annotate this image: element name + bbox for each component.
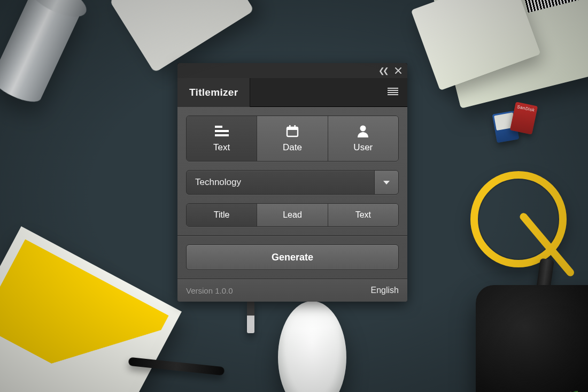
user-icon <box>357 124 369 138</box>
svg-point-11 <box>360 126 366 132</box>
title-bar: Titlemizer <box>177 78 407 107</box>
generate-label: Generate <box>272 252 313 263</box>
svg-rect-9 <box>289 125 291 128</box>
version-label: Version 1.0.0 <box>186 286 233 295</box>
format-lead[interactable]: Lead <box>257 204 327 226</box>
menu-lines-icon <box>388 88 398 97</box>
svg-rect-4 <box>215 126 222 128</box>
format-text[interactable]: Text <box>328 204 398 226</box>
collapse-icon[interactable]: ❮❮ <box>378 66 387 75</box>
dropdown-caret <box>374 171 398 194</box>
svg-rect-10 <box>294 125 296 128</box>
format-label: Lead <box>283 210 302 220</box>
app-title-tab[interactable]: Titlemizer <box>177 78 250 107</box>
yellow-cable-prop <box>460 160 577 278</box>
calendar-icon <box>286 124 299 138</box>
speaker-prop <box>109 0 254 73</box>
mouse-prop <box>278 301 346 392</box>
menu-button[interactable] <box>378 78 407 107</box>
window-controls: ❮❮ <box>177 63 407 78</box>
tab-date[interactable]: Date <box>257 116 327 161</box>
language-selector[interactable]: English <box>371 286 399 295</box>
chevron-down-icon <box>383 178 390 187</box>
tab-label: User <box>353 142 373 153</box>
text-lines-icon <box>215 124 229 138</box>
generate-button[interactable]: Generate <box>186 244 399 270</box>
panel-footer: Version 1.0.0 English <box>177 279 407 302</box>
svg-rect-2 <box>388 92 398 93</box>
boxes-prop <box>444 0 588 91</box>
svg-rect-8 <box>287 127 298 130</box>
type-segmented-control: Text Date <box>186 116 399 162</box>
close-icon[interactable] <box>394 67 402 74</box>
svg-rect-1 <box>388 90 398 91</box>
svg-rect-5 <box>215 130 229 132</box>
category-dropdown[interactable]: Technology <box>186 170 399 195</box>
svg-rect-6 <box>215 134 229 136</box>
svg-rect-3 <box>388 94 398 95</box>
tab-label: Text <box>213 142 230 153</box>
svg-rect-0 <box>388 88 398 89</box>
titlemizer-panel: ❮❮ Titlemizer <box>177 63 407 302</box>
format-label: Title <box>214 210 230 220</box>
desktop-background: ❮❮ Titlemizer <box>0 0 588 392</box>
app-title: Titlemizer <box>189 87 238 98</box>
usb-drive-prop <box>247 301 254 333</box>
format-segmented-control: Title Lead Text <box>186 203 399 227</box>
flashlight-prop <box>0 0 87 107</box>
appletv-prop <box>476 285 588 392</box>
category-value: Technology <box>187 171 374 194</box>
tab-label: Date <box>283 142 302 153</box>
tab-text[interactable]: Text <box>187 116 257 161</box>
format-title[interactable]: Title <box>187 204 257 226</box>
format-label: Text <box>355 210 371 220</box>
tab-user[interactable]: User <box>328 116 398 161</box>
